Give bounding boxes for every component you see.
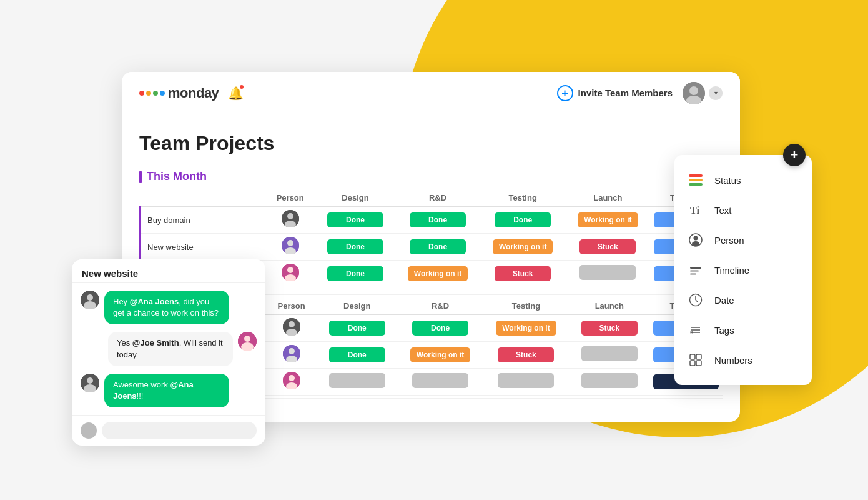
svg-rect-38 xyxy=(696,361,701,366)
dropdown-item-timeline[interactable]: Timeline xyxy=(674,255,812,285)
row-rd xyxy=(397,369,483,396)
chat-message: Awesome work @Ana Joens!!! xyxy=(81,374,257,408)
person-icon xyxy=(282,264,299,281)
chat-avatar xyxy=(81,291,99,309)
col-person: Person xyxy=(265,189,315,207)
status-empty xyxy=(581,346,638,361)
row-design: Done xyxy=(315,234,395,261)
chat-panel: New website Hey @Ana Joens, did you get … xyxy=(72,259,265,446)
dropdown-label-text: Text xyxy=(714,205,732,216)
col-rd2: R&D xyxy=(397,298,483,315)
svg-point-43 xyxy=(244,336,250,342)
tags-icon: # xyxy=(687,321,704,339)
status-badge: Done xyxy=(329,321,385,336)
svg-point-24 xyxy=(692,241,699,246)
status-line-orange xyxy=(689,179,703,181)
status-empty xyxy=(498,373,554,388)
chat-user-icon xyxy=(81,291,99,309)
dropdown-item-date[interactable]: Date xyxy=(674,285,812,315)
dropdown-label-person: Person xyxy=(714,235,744,246)
col-person2: Person xyxy=(266,298,317,315)
svg-point-23 xyxy=(694,236,698,241)
person-icon xyxy=(282,210,299,228)
svg-rect-36 xyxy=(696,354,701,359)
col-testing: Testing xyxy=(480,189,565,207)
person-icon xyxy=(283,318,300,336)
monday-logo: monday xyxy=(139,85,219,101)
person-icon xyxy=(283,345,300,362)
chat-message: Yes @Joe Smith. Will send it today xyxy=(81,332,257,366)
chat-input-bar[interactable] xyxy=(102,422,257,439)
numbers-svg-icon xyxy=(689,353,703,367)
row-launch: Stuck xyxy=(569,315,649,342)
svg-point-7 xyxy=(287,240,293,246)
status-badge: Working on it xyxy=(493,239,553,254)
chat-header: New website xyxy=(72,259,265,283)
status-line-red xyxy=(689,174,703,177)
chat-title: New website xyxy=(82,268,138,279)
status-badge: Done xyxy=(327,212,383,228)
chat-user-icon xyxy=(81,374,99,392)
dropdown-item-status[interactable]: Status xyxy=(674,165,812,195)
row-rd: Done xyxy=(397,315,483,342)
status-badge: Working on it xyxy=(496,321,556,336)
add-column-button[interactable]: + xyxy=(783,144,806,166)
status-line-green xyxy=(689,183,703,186)
row-person xyxy=(265,207,315,234)
svg-point-10 xyxy=(287,267,293,273)
svg-rect-27 xyxy=(690,273,696,275)
row-person xyxy=(266,369,317,396)
logo-dots xyxy=(139,91,165,96)
chevron-down-icon[interactable]: ▾ xyxy=(709,86,723,100)
numbers-icon xyxy=(687,351,704,369)
status-badge: Done xyxy=(495,212,551,228)
dropdown-label-tags: Tags xyxy=(714,325,734,336)
row-launch xyxy=(565,261,650,288)
row-design: Done xyxy=(317,315,397,342)
column-type-dropdown: + Status Ti Text Person xyxy=(674,155,812,385)
status-badge: Stuck xyxy=(498,348,554,362)
dropdown-label-numbers: Numbers xyxy=(714,355,752,366)
svg-point-16 xyxy=(289,348,295,354)
header: monday 🔔 + Invite Team Members ▾ xyxy=(122,72,740,114)
chat-input-area xyxy=(72,415,265,446)
row-testing: Working on it xyxy=(480,234,565,261)
dropdown-label-status: Status xyxy=(714,175,741,186)
avatar xyxy=(683,82,705,104)
logo-text: monday xyxy=(168,85,219,101)
row-item-name: New website xyxy=(141,234,265,261)
col-launch2: Launch xyxy=(569,298,649,315)
person-avatar xyxy=(282,237,299,254)
date-icon xyxy=(687,291,704,309)
dropdown-item-person[interactable]: Person xyxy=(674,225,812,255)
person-svg-icon xyxy=(689,233,703,247)
col-item xyxy=(141,189,265,207)
svg-point-13 xyxy=(289,321,295,328)
status-badge: Stuck xyxy=(581,321,638,336)
person-icon xyxy=(283,372,300,389)
logo-dot-green xyxy=(153,91,158,96)
row-launch: Stuck xyxy=(565,234,650,261)
col-design: Design xyxy=(315,189,395,207)
row-testing xyxy=(483,369,569,396)
invite-team-button[interactable]: + Invite Team Members xyxy=(547,80,683,106)
row-design: Done xyxy=(315,207,395,234)
row-launch xyxy=(569,369,649,396)
table-header-row: Person Design R&D Testing Launch Timelin… xyxy=(141,189,723,207)
chat-bubble: Yes @Joe Smith. Will send it today xyxy=(108,332,233,366)
svg-point-4 xyxy=(287,213,293,219)
mention: @Joe Smith xyxy=(132,338,179,348)
status-lines xyxy=(689,174,703,186)
dropdown-label-date: Date xyxy=(714,295,734,306)
dropdown-item-text[interactable]: Ti Text xyxy=(674,195,812,225)
dropdown-item-tags[interactable]: # Tags xyxy=(674,315,812,345)
dropdown-item-numbers[interactable]: Numbers xyxy=(674,345,812,375)
invite-label: Invite Team Members xyxy=(578,88,673,98)
person-avatar xyxy=(283,372,300,389)
notification-icon[interactable]: 🔔 xyxy=(225,82,246,104)
row-person xyxy=(265,234,315,261)
row-item-name: Buy domain xyxy=(141,207,265,234)
row-person xyxy=(266,315,317,342)
user-avatar-area[interactable]: ▾ xyxy=(683,82,723,104)
row-rd: Done xyxy=(395,234,480,261)
